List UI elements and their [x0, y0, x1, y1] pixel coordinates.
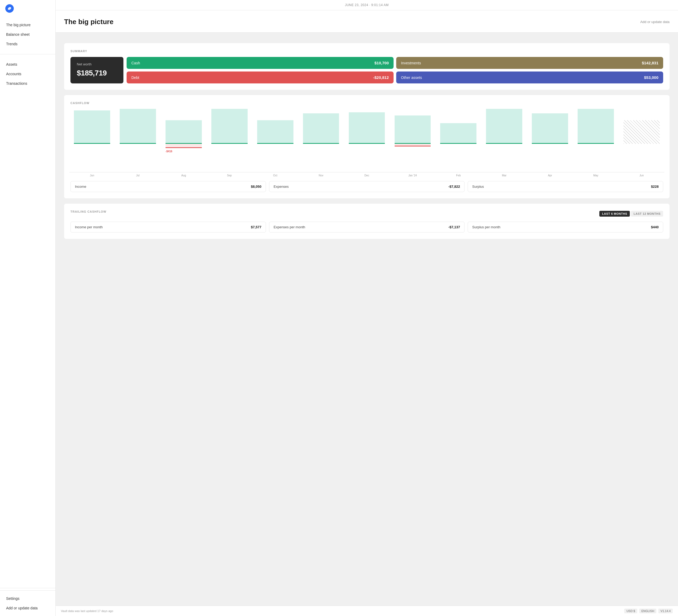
bar-negative	[394, 144, 431, 147]
sidebar-item-add-update[interactable]: Add or update data	[0, 603, 55, 613]
bar-positive	[349, 112, 385, 144]
bar-positive	[257, 120, 294, 144]
tab-last-12-months[interactable]: LAST 12 MONTHS	[631, 211, 663, 217]
cashflow-xaxis: JunJulAugSepOctNovDecJan '24FebMarAprMay…	[69, 174, 664, 177]
sidebar-item-trends[interactable]: Trends	[0, 39, 55, 49]
trailing-tab-group: LAST 6 MONTHS LAST 12 MONTHS	[599, 211, 663, 217]
cashflow-summary-row: Income $8,050 Expenses -$7,822 Surplus $…	[70, 181, 663, 192]
bar-positive	[578, 109, 614, 144]
trailing-expenses-value: -$7,137	[448, 225, 460, 229]
page-content: The big picture Add or update data SUMMA…	[55, 10, 678, 606]
net-worth-value: $185,719	[77, 69, 117, 77]
bar-positive	[74, 110, 110, 144]
trailing-surplus-value: $440	[651, 225, 659, 229]
app-logo-icon[interactable]	[5, 4, 14, 13]
tile-investments-label: Investments	[401, 61, 421, 65]
add-update-data-link[interactable]: Add or update data	[640, 20, 670, 24]
version-badge: V1.14.4	[658, 609, 673, 613]
cashflow-section: CASHFLOW -$416$1,059$228 JunJulAugSepOct…	[64, 95, 670, 198]
bar-group-jun: $228	[619, 109, 664, 171]
trailing-label: TRAILING CASHFLOW	[70, 210, 107, 213]
tile-cash-value: $10,700	[375, 61, 389, 65]
sidebar-item-transactions[interactable]: Transactions	[0, 79, 55, 88]
tile-investments-value: $142,831	[642, 61, 658, 65]
bar-positive	[532, 113, 568, 144]
tile-debt-value: -$20,812	[373, 75, 389, 80]
tile-other-assets: Other assets $53,000	[396, 72, 663, 83]
cashflow-surplus-value: $228	[651, 185, 659, 189]
cashflow-expenses-value: -$7,822	[448, 185, 460, 189]
trailing-income-card: Income per month $7,577	[70, 222, 266, 233]
trailing-surplus-card: Surplus per month $440	[468, 222, 663, 233]
sidebar-item-big-picture[interactable]: The big picture	[0, 20, 55, 30]
chart-xlabel-10: Apr	[527, 174, 573, 177]
language-badge[interactable]: ENGLISH	[639, 609, 656, 613]
bar-group-jun	[69, 109, 115, 171]
bar-positive	[211, 109, 248, 144]
tile-debt: Debt -$20,812	[126, 72, 393, 83]
chart-xlabel-7: Jan '24	[390, 174, 435, 177]
chart-xlabel-0: Jun	[69, 174, 115, 177]
trailing-header: TRAILING CASHFLOW LAST 6 MONTHS LAST 12 …	[70, 210, 663, 218]
bottom-right-badges: USD $ ENGLISH V1.14.4	[624, 609, 673, 613]
tile-debt-label: Debt	[131, 75, 139, 80]
tile-other-label: Other assets	[401, 75, 422, 80]
bar-positive	[303, 113, 339, 144]
tile-other-value: $53,000	[644, 75, 658, 80]
chart-xlabel-4: Oct	[253, 174, 298, 177]
bar-label-bottom: -$416	[165, 150, 173, 153]
cashflow-chart: -$416$1,059$228	[69, 109, 664, 172]
net-worth-card: Net worth $185,719	[70, 57, 123, 83]
bar-group-jul	[115, 109, 160, 171]
topbar: JUNE 23, 2024 · 9:01:14 AM	[55, 0, 678, 10]
chart-xlabel-1: Jul	[115, 174, 160, 177]
sidebar-bottom-nav: Settings Add or update data	[0, 590, 55, 616]
tab-last-6-months[interactable]: LAST 6 MONTHS	[599, 211, 630, 217]
bar-group-feb	[436, 109, 481, 171]
sidebar-item-settings[interactable]: Settings	[0, 594, 55, 603]
cashflow-expenses-card: Expenses -$7,822	[269, 181, 464, 192]
cashflow-income-card: Income $8,050	[70, 181, 266, 192]
sidebar-item-balance-sheet[interactable]: Balance sheet	[0, 30, 55, 39]
bar-group-jan--24	[390, 109, 435, 171]
chart-xlabel-5: Nov	[299, 174, 344, 177]
bar-group-mar: $1,059	[482, 109, 527, 171]
trailing-cashflow-section: TRAILING CASHFLOW LAST 6 MONTHS LAST 12 …	[64, 204, 670, 239]
bar-positive	[440, 123, 477, 144]
svg-point-0	[7, 7, 12, 11]
tile-cash: Cash $10,700	[126, 57, 393, 69]
sidebar-item-assets[interactable]: Assets	[0, 60, 55, 69]
cashflow-label: CASHFLOW	[70, 102, 663, 105]
cashflow-chart-area: -$416$1,059$228 JunJulAugSepOctNovDecJan…	[69, 109, 664, 177]
chart-xlabel-8: Feb	[436, 174, 481, 177]
summary-label: SUMMARY	[70, 49, 663, 53]
currency-badge[interactable]: USD $	[624, 609, 637, 613]
bar-group-aug: -$416	[161, 109, 206, 171]
bar-group-apr	[527, 109, 573, 171]
trailing-income-value: $7,577	[251, 225, 261, 229]
tile-investments: Investments $142,831	[396, 57, 663, 69]
chart-xlabel-11: May	[573, 174, 618, 177]
bar-negative: -$416	[165, 144, 202, 148]
sidebar-item-accounts[interactable]: Accounts	[0, 69, 55, 79]
main-panel: JUNE 23, 2024 · 9:01:14 AM The big pictu…	[55, 0, 678, 616]
chart-xlabel-3: Sep	[207, 174, 252, 177]
bar-group-oct	[253, 109, 298, 171]
chart-xlabel-6: Dec	[344, 174, 389, 177]
cashflow-income-label: Income	[75, 185, 86, 189]
bar-positive	[394, 115, 431, 144]
bar-group-sep	[207, 109, 252, 171]
trailing-surplus-label: Surplus per month	[472, 225, 500, 229]
bar-group-nov	[299, 109, 344, 171]
trailing-income-label: Income per month	[75, 225, 103, 229]
bar-positive: $1,059	[486, 109, 522, 144]
chart-xlabel-12: Jun	[619, 174, 664, 177]
page-header: The big picture Add or update data	[55, 10, 678, 33]
sidebar-secondary-nav: Assets Accounts Transactions	[0, 56, 55, 91]
summary-grid: Net worth $185,719 Cash $10,700 Investme…	[70, 57, 663, 83]
topbar-datetime: JUNE 23, 2024 · 9:01:14 AM	[345, 3, 388, 7]
tile-cash-label: Cash	[131, 61, 140, 65]
chart-xlabel-2: Aug	[161, 174, 206, 177]
bar-positive	[165, 120, 202, 144]
page-title: The big picture	[64, 18, 113, 26]
